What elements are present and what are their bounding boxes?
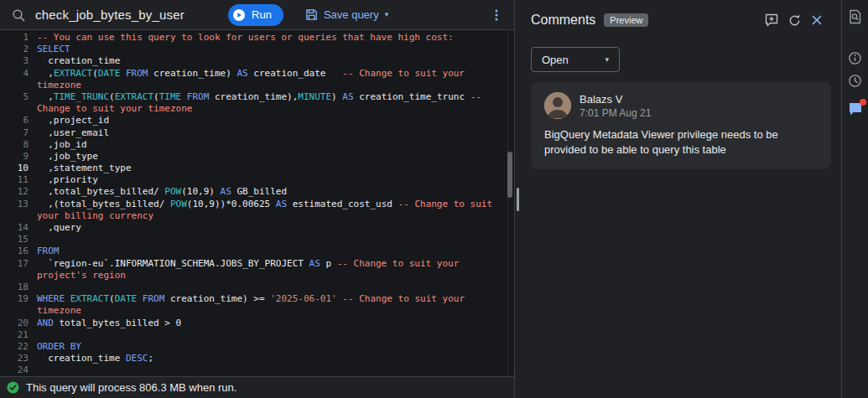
code-line: 15 [0,234,514,246]
code-line: 7 ,user_email [0,127,514,139]
line-number: 17 [0,258,37,270]
info-button[interactable] [845,49,865,68]
line-number: 8 [0,139,37,151]
line-number [0,305,37,317]
code-text: ,EXTRACT(DATE FROM creation_time) AS cre… [37,68,465,80]
line-number: 1 [0,32,37,44]
line-number: 4 [0,68,37,80]
comment-author: Balazs V [580,93,651,106]
code-line: 2SELECT [0,44,514,55]
code-text: ,statement_type [37,163,132,174]
comments-filter-value: Open [542,54,569,66]
chevron-down-icon: ▾ [605,56,609,64]
code-line: Change to suit your timezone [0,103,514,115]
search-results-button[interactable] [845,7,865,27]
code-line: 1-- You can use this query to look for u… [0,32,514,44]
overflow-menu-button[interactable] [487,6,506,24]
code-text: ,priority [37,174,98,186]
line-number: 13 [0,199,37,210]
save-query-button[interactable]: Save query ▾ [300,5,393,24]
code-line: 17 `region-eu`.INFORMATION_SCHEMA.JOBS_B… [0,258,514,270]
query-status-bar: This query will process 806.3 MB when ru… [0,376,514,398]
comment-body: BigQuery Metadata Viewer privilege needs… [544,127,818,158]
editor-toolbar: check_job_bytes_by_user Run Save query ▾ [0,0,514,30]
code-line: 21 [0,329,514,341]
code-line: 19WHERE EXTRACT(DATE FROM creation_time)… [0,293,514,305]
code-line: timezone [0,305,514,317]
status-check-icon [7,381,19,394]
code-line: 14 ,query [0,222,514,234]
add-comment-button[interactable] [761,10,782,30]
line-number: 23 [0,353,37,364]
line-number: 19 [0,293,37,305]
line-number [0,210,37,222]
editor-pane: check_job_bytes_by_user Run Save query ▾… [0,0,514,398]
preview-badge: Preview [604,13,648,27]
line-number [0,80,37,91]
comment-card[interactable]: Balazs V 7:01 PM Aug 21 BigQuery Metadat… [531,82,831,169]
line-number: 6 [0,115,37,127]
line-number: 15 [0,234,37,246]
sql-editor[interactable]: 1-- You can use this query to look for u… [0,30,514,376]
status-message: This query will process 806.3 MB when ru… [26,381,236,394]
code-line: 22ORDER BY [0,341,514,353]
comments-panel: Comments Preview Open ▾ [521,0,841,398]
line-number: 2 [0,44,37,55]
code-line: 5 ,TIME_TRUNC(EXTRACT(TIME FROM creation… [0,91,514,103]
code-line: 11 ,priority [0,174,514,186]
line-number: 16 [0,246,37,257]
editor-scrollbar-thumb[interactable] [507,152,512,198]
side-icon-rail [841,0,868,398]
comments-header-actions [761,10,826,30]
comment-meta: Balazs V 7:01 PM Aug 21 [580,93,651,119]
code-text: ,query [37,222,81,234]
avatar [544,92,571,119]
code-text: your billing currency [37,210,153,222]
code-line: 13 ,(total_bytes_billed/ POW(10,9))*0.00… [0,199,514,210]
code-line: 16FROM [0,246,514,257]
comments-filter-dropdown[interactable]: Open ▾ [531,47,620,72]
refresh-button[interactable] [785,11,804,30]
play-icon [232,8,246,22]
line-number: 20 [0,318,37,329]
code-line: 8 ,job_id [0,139,514,151]
code-text: creation_time [37,55,120,67]
save-query-label: Save query [324,8,379,21]
code-text: creation_time DESC; [37,353,153,364]
code-line: 12 ,total_bytes_billed/ POW(10,9) AS GB_… [0,186,514,198]
code-text: ,total_bytes_billed/ POW(10,9) AS GB_bil… [37,186,287,198]
line-number [0,103,37,115]
code-line: project's region [0,270,514,282]
code-text: project's region [37,270,126,282]
code-text: AND total_bytes_billed > 0 [37,318,181,329]
panel-resizer[interactable] [514,0,521,398]
code-line: 9 ,job_type [0,151,514,163]
line-number [0,270,37,282]
chevron-down-icon: ▾ [385,11,389,18]
code-text: SELECT [37,44,70,55]
code-lines: 1-- You can use this query to look for u… [0,32,514,376]
resizer-handle-icon[interactable] [517,188,519,211]
comments-title: Comments [531,13,595,28]
code-line: timezone [0,80,514,91]
comments-header: Comments Preview [531,8,831,32]
query-tab-icon [8,5,29,25]
line-number: 5 [0,91,37,103]
line-number: 24 [0,364,37,376]
code-text: WHERE EXTRACT(DATE FROM creation_time) >… [37,293,465,305]
code-text: ,job_id [37,139,87,151]
line-number: 10 [0,163,37,174]
code-text: FROM [37,246,60,257]
editor-scrollbar-track [507,30,508,376]
history-button[interactable] [845,71,865,90]
query-title: check_job_bytes_by_user [35,8,185,22]
code-text: timezone [37,80,81,91]
run-button[interactable]: Run [228,4,283,26]
line-number: 9 [0,151,37,163]
code-line: your billing currency [0,210,514,222]
code-text: ,(total_bytes_billed/ POW(10,9))*0.00625… [37,199,492,210]
comment-timestamp: 7:01 PM Aug 21 [580,107,651,119]
close-comments-button[interactable] [808,11,826,29]
line-number: 14 [0,222,37,234]
code-line: 18 [0,282,514,293]
